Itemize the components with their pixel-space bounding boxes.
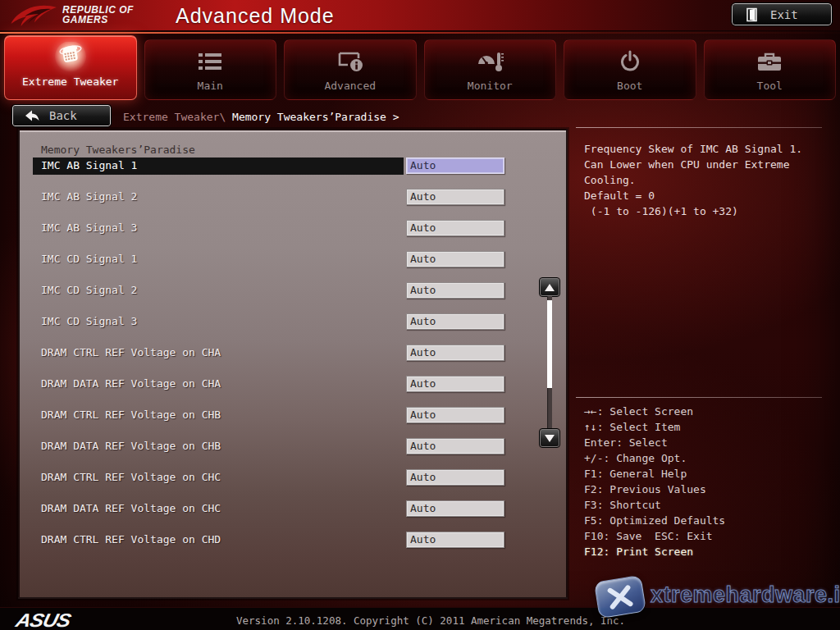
- shortcut-line: F12: Print Screen: [584, 544, 830, 559]
- scrollbar: [540, 278, 559, 447]
- setting-value-select[interactable]: Auto: [406, 469, 504, 486]
- settings-row[interactable]: DRAM DATA REF Voltage on CHBAuto: [20, 439, 566, 455]
- help-line: Default = 0: [584, 188, 830, 203]
- asus-logo: ASUS: [14, 609, 73, 630]
- tab-monitor[interactable]: Monitor: [424, 39, 557, 100]
- setting-value-select[interactable]: Auto: [406, 438, 504, 454]
- tab-main[interactable]: Main: [144, 39, 277, 100]
- setting-label: DRAM DATA REF Voltage on CHA: [41, 377, 221, 390]
- settings-row[interactable]: IMC AB Signal 2Auto: [20, 189, 566, 206]
- setting-value-select[interactable]: Auto: [406, 220, 504, 236]
- setting-label: IMC CD Signal 1: [41, 253, 137, 265]
- brand-text: REPUBLIC OF GAMERS: [62, 5, 134, 25]
- setting-value-select[interactable]: Auto: [406, 313, 504, 330]
- tab-label: Extreme Tweaker: [5, 75, 136, 88]
- tab-bar: Extreme Tweaker Main: [4, 39, 836, 102]
- setting-value-select[interactable]: Auto: [406, 376, 504, 392]
- help-line: Cooling.: [584, 172, 830, 188]
- shortcut-line: F2: Previous Values: [584, 482, 830, 497]
- scroll-down-button[interactable]: [540, 429, 559, 447]
- setting-label: DRAM CTRL REF Voltage on CHC: [41, 471, 221, 483]
- settings-row[interactable]: DRAM DATA REF Voltage on CHCAuto: [20, 501, 566, 518]
- setting-value-select[interactable]: Auto: [406, 251, 504, 267]
- triangle-up-icon: [545, 284, 555, 291]
- setting-label: DRAM DATA REF Voltage on CHB: [41, 440, 221, 452]
- help-line: Can Lower when CPU under Extreme: [584, 157, 830, 172]
- scrollbar-track[interactable]: [547, 296, 552, 429]
- bios-screen: REPUBLIC OF GAMERS Advanced Mode Exit: [0, 0, 840, 630]
- setting-label: IMC CD Signal 3: [41, 315, 137, 327]
- help-line: Frequency Skew of IMC AB Signal 1.: [584, 141, 830, 157]
- setting-label: DRAM CTRL REF Voltage on CHB: [41, 409, 221, 421]
- settings-row[interactable]: IMC CD Signal 1Auto: [20, 252, 566, 268]
- setting-label: IMC CD Signal 2: [41, 284, 137, 296]
- breadcrumb-parent[interactable]: Extreme Tweaker\: [123, 111, 232, 123]
- watermark-x-icon: [594, 575, 646, 619]
- setting-label: DRAM CTRL REF Voltage on CHA: [41, 346, 221, 358]
- setting-value-select[interactable]: Auto: [406, 158, 504, 174]
- help-divider-bottom: [576, 397, 822, 398]
- back-arrow-icon: [24, 109, 39, 122]
- settings-row[interactable]: DRAM DATA REF Voltage on CHAAuto: [20, 377, 566, 393]
- settings-list: IMC AB Signal 1AutoIMC AB Signal 2AutoIM…: [20, 130, 566, 597]
- tab-label: Main: [145, 80, 276, 92]
- setting-label: IMC AB Signal 3: [41, 221, 137, 234]
- settings-row[interactable]: DRAM CTRL REF Voltage on CHBAuto: [20, 408, 566, 424]
- setting-value-select[interactable]: Auto: [406, 500, 504, 517]
- settings-row[interactable]: IMC AB Signal 3Auto: [20, 221, 566, 237]
- exit-button[interactable]: Exit: [732, 3, 832, 25]
- settings-row[interactable]: DRAM CTRL REF Voltage on CHCAuto: [20, 470, 566, 486]
- settings-row[interactable]: IMC AB Signal 1Auto: [20, 158, 566, 175]
- tab-boot[interactable]: Boot: [564, 39, 696, 100]
- gauge-thermometer-icon: [425, 40, 556, 78]
- toolbox-icon: [705, 40, 836, 78]
- setting-value-select[interactable]: Auto: [406, 345, 504, 361]
- setting-value-select[interactable]: Auto: [406, 407, 504, 423]
- shortcut-line: Enter: Select: [584, 435, 830, 450]
- settings-row[interactable]: IMC CD Signal 3Auto: [20, 314, 566, 331]
- shortcut-line: ↑↓: Select Item: [584, 419, 830, 435]
- breadcrumb: Extreme Tweaker\ Memory Tweakers’Paradis…: [123, 111, 399, 123]
- scrollbar-thumb[interactable]: [547, 300, 552, 388]
- watermark-text: xtremehardware.it: [651, 582, 840, 608]
- tab-label: Advanced: [285, 80, 416, 92]
- header-bar: REPUBLIC OF GAMERS Advanced Mode Exit: [0, 0, 840, 31]
- header-divider: [0, 32, 840, 34]
- list-icon: [145, 40, 276, 78]
- help-line: (-1 to -126)(+1 to +32): [584, 203, 830, 219]
- extreme-tweaker-icon: [5, 36, 136, 74]
- tab-label: Tool: [705, 80, 836, 92]
- power-icon: [564, 40, 696, 78]
- setting-value-select[interactable]: Auto: [406, 189, 504, 205]
- scroll-up-button[interactable]: [540, 278, 559, 296]
- page-title: Advanced Mode: [176, 4, 335, 28]
- tab-label: Boot: [564, 80, 696, 92]
- exit-label: Exit: [770, 8, 798, 21]
- screen-info-icon: [285, 40, 416, 78]
- settings-row[interactable]: DRAM CTRL REF Voltage on CHDAuto: [20, 532, 566, 549]
- settings-panel: Memory Tweakers’Paradise IMC AB Signal 1…: [18, 129, 568, 599]
- exit-door-icon: [746, 7, 759, 22]
- back-label: Back: [49, 109, 77, 122]
- breadcrumb-current: Memory Tweakers’Paradise >: [232, 111, 399, 123]
- shortcut-list: →←: Select Screen↑↓: Select ItemEnter: S…: [584, 404, 830, 559]
- setting-label: IMC AB Signal 1: [41, 159, 137, 171]
- tab-label: Monitor: [425, 80, 556, 92]
- setting-label: IMC AB Signal 2: [41, 190, 137, 203]
- tab-advanced[interactable]: Advanced: [284, 39, 417, 100]
- version-text: Version 2.10.1208. Copyright (C) 2011 Am…: [236, 614, 625, 627]
- rog-logo-icon: [10, 2, 57, 30]
- tab-tool[interactable]: Tool: [704, 39, 837, 100]
- back-button[interactable]: Back: [12, 105, 111, 126]
- setting-value-select[interactable]: Auto: [406, 282, 504, 299]
- setting-label: DRAM DATA REF Voltage on CHC: [41, 502, 221, 514]
- settings-row[interactable]: DRAM CTRL REF Voltage on CHAAuto: [20, 345, 566, 362]
- setting-value-select[interactable]: Auto: [406, 532, 504, 548]
- shortcut-line: +/-: Change Opt.: [584, 450, 830, 466]
- help-text: Frequency Skew of IMC AB Signal 1.Can Lo…: [584, 141, 830, 219]
- settings-row[interactable]: IMC CD Signal 2Auto: [20, 283, 566, 299]
- setting-label: DRAM CTRL REF Voltage on CHD: [41, 533, 221, 546]
- brand-line2: GAMERS: [62, 15, 134, 25]
- shortcut-line: F10: Save ESC: Exit: [584, 528, 830, 544]
- tab-extreme-tweaker[interactable]: Extreme Tweaker: [4, 35, 137, 100]
